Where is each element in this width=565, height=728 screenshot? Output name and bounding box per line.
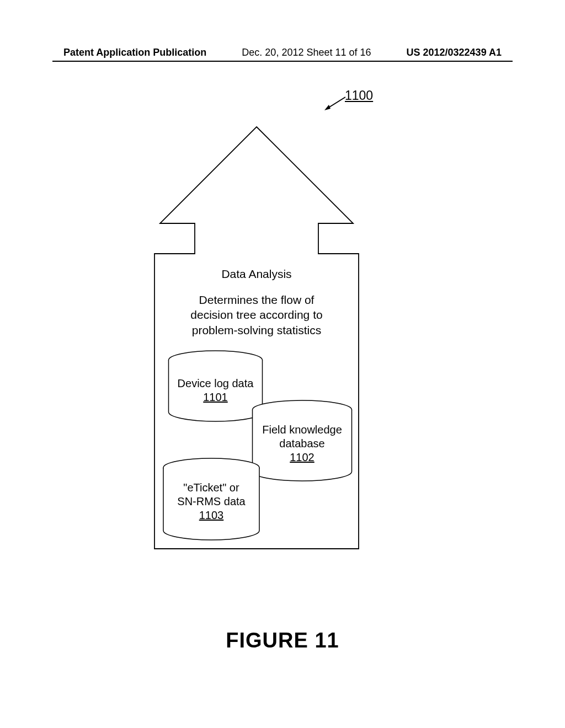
arrow-description: Determines the flow of decision tree acc… [141, 292, 372, 338]
figure-reference-number: 1100 [345, 88, 373, 103]
desc-line-2: decision tree according to [190, 308, 322, 321]
reference-pointer-arrow [323, 95, 348, 111]
cylinder-3-ref: 1103 [199, 509, 224, 521]
cylinder-1-label: Device log data [178, 377, 254, 389]
header-publication-number: US 2012/0322439 A1 [407, 47, 502, 58]
cylinder-device-log-data: Device log data 1101 [167, 350, 264, 422]
cylinder-2-ref: 1102 [290, 451, 315, 463]
header-divider [52, 61, 513, 62]
svg-marker-1 [324, 105, 331, 110]
page-header: Patent Application Publication Dec. 20, … [0, 47, 565, 58]
svg-line-0 [328, 97, 345, 108]
figure-diagram: 1100 Data Analysis Determines the flow o… [0, 83, 565, 563]
cylinder-2-label-line1: Field knowledge [262, 424, 342, 436]
cylinder-3-label-line2: SN-RMS data [177, 495, 245, 507]
desc-line-1: Determines the flow of [199, 293, 315, 306]
desc-line-3: problem-solving statistics [192, 324, 322, 336]
figure-caption: FIGURE 11 [0, 629, 565, 652]
cylinder-2-label-line2: database [279, 437, 324, 449]
header-date-sheet: Dec. 20, 2012 Sheet 11 of 16 [242, 47, 371, 58]
arrow-title: Data Analysis [141, 267, 372, 281]
cylinder-eticket-snrms-data: "eTicket" or SN-RMS data 1103 [162, 458, 261, 540]
cylinder-field-knowledge-database: Field knowledge database 1102 [251, 400, 353, 481]
cylinder-1-ref: 1101 [203, 391, 228, 403]
cylinder-3-label-line1: "eTicket" or [183, 481, 239, 494]
header-publication-type: Patent Application Publication [63, 47, 206, 58]
